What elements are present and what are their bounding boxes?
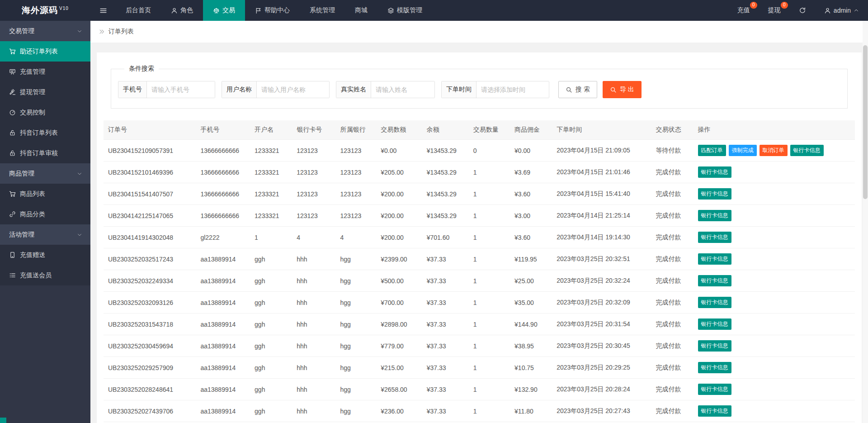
search-button[interactable]: 搜 索	[558, 81, 597, 98]
table-row: UB23041521014693961366666666612333211231…	[104, 162, 855, 183]
table-cell: 0	[469, 140, 510, 162]
action-button[interactable]: 强制完成	[729, 145, 757, 156]
table-cell: aa13889914	[196, 357, 250, 379]
table-cell: hhh	[292, 400, 335, 422]
sidebar-item[interactable]: 充值赠送	[0, 245, 90, 265]
sidebar-item[interactable]: 商品列表	[0, 184, 90, 204]
action-button[interactable]: 银行卡信息	[698, 318, 731, 330]
sidebar-item[interactable]: 交易控制	[0, 102, 90, 123]
chevron-down-icon	[77, 171, 82, 176]
top-nav-item[interactable]: 模版管理	[377, 0, 432, 21]
search-input[interactable]	[476, 81, 549, 98]
action-button[interactable]: 银行卡信息	[790, 145, 824, 156]
board-icon	[9, 68, 16, 75]
column-header: 商品佣金	[510, 120, 552, 140]
lock-icon	[9, 129, 16, 136]
action-button[interactable]: 匹配订单	[698, 145, 726, 156]
table-cell: 完成付款	[651, 205, 693, 227]
actions-cell: 银行卡信息	[693, 183, 855, 205]
table-cell: UB2303252032093126	[104, 292, 196, 314]
table-cell: 4	[336, 227, 377, 248]
sidebar-item[interactable]: 充值送会员	[0, 265, 90, 285]
table-cell: ¥35.00	[510, 292, 552, 314]
top-nav-item[interactable]: 商城	[345, 0, 377, 21]
hamburger-icon[interactable]	[90, 0, 116, 21]
sidebar-item[interactable]: 充值管理	[0, 62, 90, 82]
action-button[interactable]: 银行卡信息	[698, 253, 731, 265]
search-input[interactable]	[147, 81, 215, 98]
action-button[interactable]: 银行卡信息	[698, 362, 731, 373]
sidebar-item[interactable]: 抖音订单审核	[0, 143, 90, 163]
search-field-group: 用户名称	[222, 81, 330, 98]
table-cell: 1	[250, 227, 292, 248]
action-button[interactable]: 银行卡信息	[698, 210, 731, 221]
action-button[interactable]: 银行卡信息	[698, 232, 731, 243]
table-cell: ¥119.95	[510, 248, 552, 270]
actions-cell: 银行卡信息	[693, 400, 855, 422]
table-cell: 等待付款	[651, 140, 693, 162]
scrollbar-thumb[interactable]	[863, 45, 868, 199]
double-chevron-icon	[99, 29, 105, 35]
table-cell: 13666666666	[196, 162, 250, 183]
search-input[interactable]	[257, 81, 329, 98]
table-cell: ¥2399.00	[376, 248, 422, 270]
table-cell: ggh	[250, 314, 292, 335]
table-cell: 2023年03月25日 20:31:54	[552, 314, 651, 335]
recharge-button[interactable]: 充值 0	[728, 0, 759, 21]
search-button-label: 搜 索	[576, 86, 590, 94]
table-cell: 1233321	[250, 183, 292, 205]
search-field-label: 手机号	[118, 81, 147, 98]
table-cell: ¥3.00	[510, 205, 552, 227]
sidebar-section-header[interactable]: 交易管理	[0, 21, 90, 41]
refresh-button[interactable]	[790, 0, 815, 21]
table-cell: 1	[469, 270, 510, 292]
table-cell: hhh	[292, 379, 335, 400]
table-cell: UB2303252032249334	[104, 270, 196, 292]
table-cell: UB2303252032517243	[104, 248, 196, 270]
vertical-scrollbar[interactable]	[863, 21, 868, 423]
top-nav-item[interactable]: 交易	[203, 0, 245, 21]
user-menu[interactable]: admin	[815, 0, 868, 21]
table-cell: 123123	[336, 183, 377, 205]
search-input[interactable]	[371, 81, 434, 98]
action-button[interactable]: 银行卡信息	[698, 188, 731, 200]
actions-cell: 银行卡信息	[693, 292, 855, 314]
table-cell: aa13889914	[196, 248, 250, 270]
sidebar-section-header[interactable]: 商品管理	[0, 163, 90, 184]
top-nav-item[interactable]: 帮助中心	[245, 0, 300, 21]
export-button[interactable]: 导 出	[603, 81, 642, 98]
export-button-label: 导 出	[620, 86, 634, 94]
table-cell: UB2304151541407507	[104, 183, 196, 205]
table-cell: hgg	[336, 400, 377, 422]
table-cell: 2023年04月15日 21:09:05	[552, 140, 651, 162]
table-cell: ggh	[250, 357, 292, 379]
action-button[interactable]: 银行卡信息	[698, 405, 731, 417]
sidebar-section-header[interactable]: 活动管理	[0, 224, 90, 245]
column-header: 余额	[422, 120, 469, 140]
sidebar-item[interactable]: 商品分类	[0, 204, 90, 224]
sidebar-item[interactable]: 助还订单列表	[0, 41, 90, 62]
action-button[interactable]: 银行卡信息	[698, 384, 731, 395]
top-nav-item-label: 系统管理	[310, 6, 335, 14]
action-button[interactable]: 银行卡信息	[698, 297, 731, 308]
table-cell: ¥200.00	[376, 205, 422, 227]
action-button[interactable]: 银行卡信息	[698, 166, 731, 178]
action-button[interactable]: 银行卡信息	[698, 340, 731, 352]
top-nav-item[interactable]: 角色	[161, 0, 203, 21]
sidebar-item[interactable]: 抖音订单列表	[0, 123, 90, 143]
search-field-group: 手机号	[118, 81, 215, 98]
table-cell: hgg	[336, 357, 377, 379]
withdraw-button[interactable]: 提现 0	[759, 0, 790, 21]
search-row: 手机号用户名称真实姓名下单时间搜 索导 出	[118, 81, 840, 98]
sidebar-item-label: 商品列表	[20, 190, 45, 198]
table-cell: aa13889914	[196, 379, 250, 400]
sidebar-item[interactable]: 提现管理	[0, 82, 90, 102]
table-cell: 完成付款	[651, 270, 693, 292]
table-row: UB23041515414075071366666666612333211231…	[104, 183, 855, 205]
top-nav-item[interactable]: 后台首页	[116, 0, 161, 21]
sidebar-item-label: 助还订单列表	[20, 48, 58, 56]
action-button[interactable]: 银行卡信息	[698, 275, 731, 286]
action-button[interactable]: 取消订单	[760, 145, 788, 156]
search-field-group: 真实姓名	[336, 81, 435, 98]
top-nav-item[interactable]: 系统管理	[300, 0, 345, 21]
